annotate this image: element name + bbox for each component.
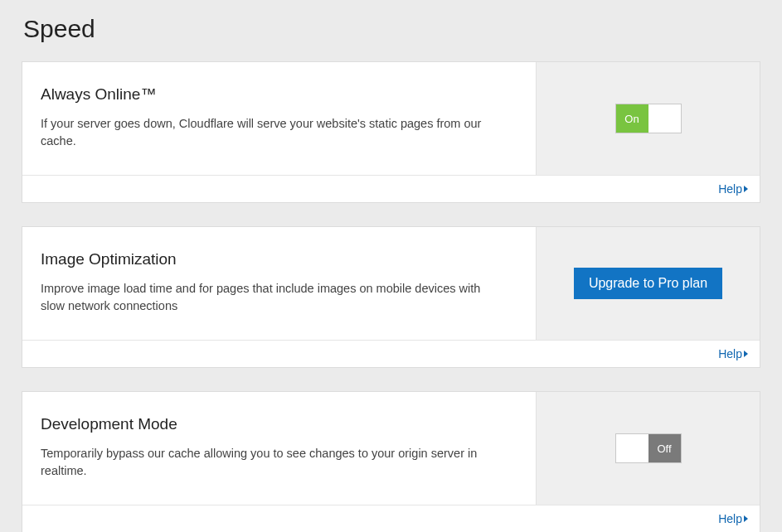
card-footer: Help	[22, 175, 760, 202]
setting-card-always-online: Always Online™ If your server goes down,…	[22, 61, 760, 203]
toggle-off-half: Off	[648, 434, 681, 462]
setting-desc: If your server goes down, Cloudflare wil…	[41, 115, 505, 150]
toggle-on-half: On	[616, 104, 648, 133]
development-mode-toggle[interactable]: Off	[615, 433, 682, 463]
help-link[interactable]: Help	[718, 512, 748, 525]
help-link-label: Help	[718, 512, 742, 525]
always-online-toggle[interactable]: On	[615, 104, 682, 133]
caret-right-icon	[744, 351, 748, 357]
setting-title: Always Online™	[41, 85, 517, 104]
card-left: Always Online™ If your server goes down,…	[22, 62, 536, 175]
help-link-label: Help	[718, 347, 742, 360]
page-title: Speed	[23, 15, 760, 43]
card-body: Always Online™ If your server goes down,…	[22, 62, 760, 175]
caret-right-icon	[744, 186, 748, 192]
card-right: Upgrade to Pro plan	[536, 227, 760, 340]
card-right: Off	[536, 392, 760, 505]
card-body: Development Mode Temporarily bypass our …	[22, 392, 760, 505]
speed-settings-page: Speed Always Online™ If your server goes…	[0, 0, 782, 532]
caret-right-icon	[744, 515, 748, 522]
setting-title: Image Optimization	[41, 250, 517, 268]
help-link[interactable]: Help	[718, 182, 748, 196]
setting-desc: Temporarily bypass our cache allowing yo…	[41, 445, 505, 480]
setting-desc: Improve image load time and for pages th…	[41, 280, 505, 315]
card-left: Image Optimization Improve image load ti…	[22, 227, 536, 340]
toggle-off-half	[648, 104, 681, 133]
card-footer: Help	[22, 505, 760, 532]
help-link-label: Help	[718, 182, 742, 196]
toggle-on-half	[616, 434, 648, 462]
card-footer: Help	[22, 340, 760, 367]
help-link[interactable]: Help	[718, 347, 748, 360]
card-left: Development Mode Temporarily bypass our …	[22, 392, 536, 505]
setting-card-image-optimization: Image Optimization Improve image load ti…	[22, 226, 760, 368]
upgrade-pro-button[interactable]: Upgrade to Pro plan	[574, 268, 722, 299]
setting-card-development-mode: Development Mode Temporarily bypass our …	[22, 391, 760, 532]
setting-title: Development Mode	[41, 415, 517, 433]
card-right: On	[536, 62, 760, 175]
card-body: Image Optimization Improve image load ti…	[22, 227, 760, 340]
